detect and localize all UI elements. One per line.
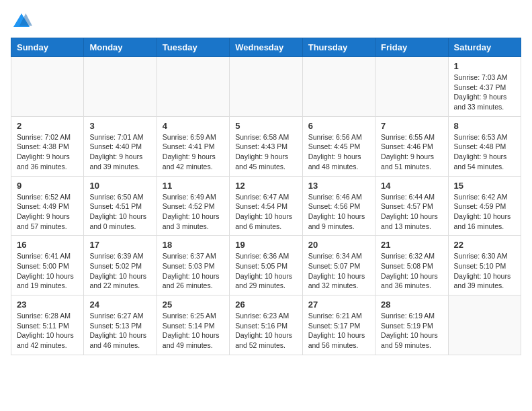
day-cell xyxy=(302,57,375,117)
page-header xyxy=(11,11,521,32)
day-cell: 8Sunrise: 6:53 AM Sunset: 4:48 PM Daylig… xyxy=(448,116,521,176)
day-cell: 12Sunrise: 6:47 AM Sunset: 4:54 PM Dayli… xyxy=(230,176,302,236)
day-info: Sunrise: 6:52 AM Sunset: 4:49 PM Dayligh… xyxy=(17,192,78,232)
day-number: 11 xyxy=(163,181,224,191)
day-cell: 20Sunrise: 6:34 AM Sunset: 5:07 PM Dayli… xyxy=(302,236,375,295)
day-info: Sunrise: 7:02 AM Sunset: 4:38 PM Dayligh… xyxy=(17,132,78,172)
day-cell: 22Sunrise: 6:30 AM Sunset: 5:10 PM Dayli… xyxy=(448,236,521,295)
day-cell: 27Sunrise: 6:21 AM Sunset: 5:17 PM Dayli… xyxy=(302,295,375,355)
day-info: Sunrise: 6:32 AM Sunset: 5:08 PM Dayligh… xyxy=(381,251,442,291)
day-info: Sunrise: 6:42 AM Sunset: 4:59 PM Dayligh… xyxy=(454,192,515,232)
day-cell: 24Sunrise: 6:27 AM Sunset: 5:13 PM Dayli… xyxy=(84,295,157,355)
day-number: 1 xyxy=(454,61,515,71)
day-number: 8 xyxy=(454,121,515,131)
day-info: Sunrise: 6:59 AM Sunset: 4:41 PM Dayligh… xyxy=(163,132,224,172)
day-number: 13 xyxy=(308,181,369,191)
header-row: SundayMondayTuesdayWednesdayThursdayFrid… xyxy=(11,38,521,57)
day-number: 7 xyxy=(381,121,442,131)
day-cell xyxy=(84,57,157,117)
day-number: 24 xyxy=(89,300,150,310)
day-cell: 14Sunrise: 6:44 AM Sunset: 4:57 PM Dayli… xyxy=(375,176,448,236)
day-info: Sunrise: 6:41 AM Sunset: 5:00 PM Dayligh… xyxy=(17,251,78,291)
day-cell: 26Sunrise: 6:23 AM Sunset: 5:16 PM Dayli… xyxy=(230,295,302,355)
day-cell: 23Sunrise: 6:28 AM Sunset: 5:11 PM Dayli… xyxy=(11,295,84,355)
day-number: 10 xyxy=(89,181,150,191)
day-info: Sunrise: 6:34 AM Sunset: 5:07 PM Dayligh… xyxy=(308,251,369,291)
day-number: 19 xyxy=(235,240,296,250)
week-row-4: 23Sunrise: 6:28 AM Sunset: 5:11 PM Dayli… xyxy=(11,295,521,355)
week-row-2: 9Sunrise: 6:52 AM Sunset: 4:49 PM Daylig… xyxy=(11,176,521,236)
day-cell: 28Sunrise: 6:19 AM Sunset: 5:19 PM Dayli… xyxy=(375,295,448,355)
day-cell xyxy=(157,57,229,117)
day-number: 22 xyxy=(454,240,515,250)
day-info: Sunrise: 6:21 AM Sunset: 5:17 PM Dayligh… xyxy=(308,311,369,351)
day-info: Sunrise: 7:03 AM Sunset: 4:37 PM Dayligh… xyxy=(454,73,515,112)
day-cell: 11Sunrise: 6:49 AM Sunset: 4:52 PM Dayli… xyxy=(157,176,229,236)
day-info: Sunrise: 6:50 AM Sunset: 4:51 PM Dayligh… xyxy=(89,192,150,232)
day-number: 15 xyxy=(454,181,515,191)
day-info: Sunrise: 6:36 AM Sunset: 5:05 PM Dayligh… xyxy=(235,251,296,291)
day-number: 18 xyxy=(163,240,224,250)
day-cell xyxy=(230,57,302,117)
day-number: 17 xyxy=(89,240,150,250)
day-number: 6 xyxy=(308,121,369,131)
week-row-1: 2Sunrise: 7:02 AM Sunset: 4:38 PM Daylig… xyxy=(11,116,521,176)
day-cell xyxy=(11,57,84,117)
day-number: 12 xyxy=(235,181,296,191)
day-number: 21 xyxy=(381,240,442,250)
header-wednesday: Wednesday xyxy=(230,38,302,57)
day-info: Sunrise: 6:19 AM Sunset: 5:19 PM Dayligh… xyxy=(381,311,442,351)
day-cell: 2Sunrise: 7:02 AM Sunset: 4:38 PM Daylig… xyxy=(11,116,84,176)
day-cell: 25Sunrise: 6:25 AM Sunset: 5:14 PM Dayli… xyxy=(157,295,229,355)
day-info: Sunrise: 6:53 AM Sunset: 4:48 PM Dayligh… xyxy=(454,132,515,172)
day-info: Sunrise: 6:49 AM Sunset: 4:52 PM Dayligh… xyxy=(163,192,224,232)
header-saturday: Saturday xyxy=(448,38,521,57)
day-cell xyxy=(448,295,521,355)
day-number: 20 xyxy=(308,240,369,250)
day-cell: 7Sunrise: 6:55 AM Sunset: 4:46 PM Daylig… xyxy=(375,116,448,176)
calendar-table: SundayMondayTuesdayWednesdayThursdayFrid… xyxy=(11,38,521,355)
week-row-0: 1Sunrise: 7:03 AM Sunset: 4:37 PM Daylig… xyxy=(11,57,521,117)
day-cell: 13Sunrise: 6:46 AM Sunset: 4:56 PM Dayli… xyxy=(302,176,375,236)
day-cell: 5Sunrise: 6:58 AM Sunset: 4:43 PM Daylig… xyxy=(230,116,302,176)
day-cell: 6Sunrise: 6:56 AM Sunset: 4:45 PM Daylig… xyxy=(302,116,375,176)
day-info: Sunrise: 6:58 AM Sunset: 4:43 PM Dayligh… xyxy=(235,132,296,172)
header-friday: Friday xyxy=(375,38,448,57)
week-row-3: 16Sunrise: 6:41 AM Sunset: 5:00 PM Dayli… xyxy=(11,236,521,295)
day-cell: 9Sunrise: 6:52 AM Sunset: 4:49 PM Daylig… xyxy=(11,176,84,236)
day-info: Sunrise: 6:23 AM Sunset: 5:16 PM Dayligh… xyxy=(235,311,296,351)
day-info: Sunrise: 6:27 AM Sunset: 5:13 PM Dayligh… xyxy=(89,311,150,351)
day-cell: 19Sunrise: 6:36 AM Sunset: 5:05 PM Dayli… xyxy=(230,236,302,295)
header-tuesday: Tuesday xyxy=(157,38,229,57)
day-info: Sunrise: 6:44 AM Sunset: 4:57 PM Dayligh… xyxy=(381,192,442,232)
day-number: 2 xyxy=(17,121,78,131)
day-cell: 10Sunrise: 6:50 AM Sunset: 4:51 PM Dayli… xyxy=(84,176,157,236)
day-info: Sunrise: 6:28 AM Sunset: 5:11 PM Dayligh… xyxy=(17,311,78,351)
day-number: 14 xyxy=(381,181,442,191)
day-number: 25 xyxy=(163,300,224,310)
day-cell xyxy=(375,57,448,117)
day-number: 9 xyxy=(17,181,78,191)
day-number: 28 xyxy=(381,300,442,310)
day-info: Sunrise: 6:25 AM Sunset: 5:14 PM Dayligh… xyxy=(163,311,224,351)
day-number: 5 xyxy=(235,121,296,131)
day-number: 27 xyxy=(308,300,369,310)
day-number: 23 xyxy=(17,300,78,310)
header-monday: Monday xyxy=(84,38,157,57)
day-info: Sunrise: 6:56 AM Sunset: 4:45 PM Dayligh… xyxy=(308,132,369,172)
day-cell: 1Sunrise: 7:03 AM Sunset: 4:37 PM Daylig… xyxy=(448,57,521,117)
day-info: Sunrise: 7:01 AM Sunset: 4:40 PM Dayligh… xyxy=(89,132,150,172)
day-cell: 4Sunrise: 6:59 AM Sunset: 4:41 PM Daylig… xyxy=(157,116,229,176)
day-number: 4 xyxy=(163,121,224,131)
day-cell: 3Sunrise: 7:01 AM Sunset: 4:40 PM Daylig… xyxy=(84,116,157,176)
day-number: 26 xyxy=(235,300,296,310)
header-thursday: Thursday xyxy=(302,38,375,57)
day-info: Sunrise: 6:46 AM Sunset: 4:56 PM Dayligh… xyxy=(308,192,369,232)
day-cell: 15Sunrise: 6:42 AM Sunset: 4:59 PM Dayli… xyxy=(448,176,521,236)
logo-icon xyxy=(11,11,32,32)
day-cell: 18Sunrise: 6:37 AM Sunset: 5:03 PM Dayli… xyxy=(157,236,229,295)
day-cell: 17Sunrise: 6:39 AM Sunset: 5:02 PM Dayli… xyxy=(84,236,157,295)
day-cell: 16Sunrise: 6:41 AM Sunset: 5:00 PM Dayli… xyxy=(11,236,84,295)
day-number: 16 xyxy=(17,240,78,250)
day-info: Sunrise: 6:30 AM Sunset: 5:10 PM Dayligh… xyxy=(454,251,515,291)
